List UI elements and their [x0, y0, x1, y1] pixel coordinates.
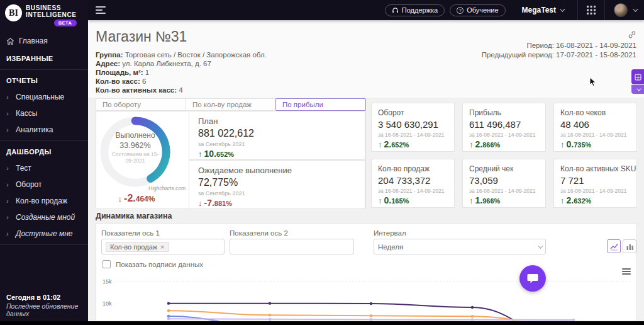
brand-name-line1: BUSINESS: [26, 4, 61, 11]
arrow-up-icon: ↑: [198, 149, 203, 159]
last-update-time: Сегодня в 01:02: [6, 294, 88, 301]
sidebar-item-label: Созданные мной: [16, 213, 75, 222]
user-avatar[interactable]: [614, 3, 628, 17]
detail-label: Адрес:: [96, 60, 120, 67]
apps-grid-icon[interactable]: [587, 6, 596, 14]
card-title: Кол-во активных SKU: [560, 164, 636, 173]
plan-card: План 881 022,612 за Сентябрь 2021 ↑10.65…: [189, 111, 365, 160]
sidebar-divider: [0, 140, 88, 141]
card-title: План: [198, 117, 365, 126]
interval-select[interactable]: Неделя: [374, 239, 546, 254]
period-settings-button[interactable]: [631, 69, 644, 84]
detail-value: ул. Карла Либкнехта, д. 67: [120, 60, 211, 67]
sidebar-item-label: Специальные: [16, 93, 64, 101]
card-value: 881 022,612: [198, 128, 365, 139]
tab-label: По кол-ву продаж: [192, 101, 252, 108]
card-value: 48 406: [560, 119, 636, 130]
kpi-card-active-sku: Кол-во активных SKU 7 721 за 16-08-2021 …: [553, 159, 637, 208]
interval-label: Интервал: [374, 229, 406, 237]
kpi-card-profit: Прибыль 611 496,487 за 16-08-2021 - 14-0…: [462, 103, 546, 152]
tab-by-turnover[interactable]: По обороту: [96, 98, 186, 111]
sidebar-item-analytics[interactable]: ›Аналитика: [0, 122, 88, 138]
brand-logo[interactable]: BI BUSINESS INTELLIGENCE BETA: [0, 0, 88, 30]
headset-icon: [392, 7, 399, 14]
chevron-right-icon: ›: [6, 93, 11, 101]
card-period: за 16-08-2021 - 14-09-2021: [560, 132, 636, 138]
sidebar-item-label: Кол-во продаж: [16, 197, 67, 205]
overview-tabs: По обороту По кол-ву продаж По прибыли: [96, 98, 366, 111]
gauge-subtitle: Состоянием на 15-09-2021: [98, 151, 172, 164]
period-info: Период: 16-08-2021 - 14-09-2021 Предыдущ…: [482, 41, 636, 60]
arrow-up-icon: ↑: [469, 196, 474, 205]
card-delta: ↑0.735%: [560, 139, 636, 149]
topbar: Поддержка ? Обучение MegaTest: [88, 0, 644, 20]
detail-value: 6: [140, 77, 147, 85]
card-value: 3 540 630,291: [378, 119, 454, 130]
axis2-input[interactable]: [230, 239, 354, 254]
sidebar-header-reports: ОТЧЕТЫ: [0, 71, 88, 89]
mouse-cursor: [589, 77, 597, 87]
bar-chart-toggle-button[interactable]: [623, 239, 636, 253]
kpi-card-avg-receipt: Средний чек 73,059 за 16-08-2021 - 14-09…: [462, 159, 546, 208]
card-value: 72,775%: [198, 177, 365, 188]
chevron-down-icon: [538, 243, 543, 248]
period-expand-button[interactable]: [631, 85, 644, 94]
share-link-icon[interactable]: [628, 30, 636, 39]
card-period: за Сентябрь 2021: [198, 190, 365, 197]
highcharts-credit[interactable]: Highcharts.com: [148, 185, 186, 191]
arrow-down-icon: ↓: [118, 194, 123, 203]
sidebar-item-label: Доступные мне: [16, 229, 72, 238]
support-button[interactable]: Поддержка: [385, 4, 445, 16]
gauge-value: 33.962%: [98, 141, 172, 150]
sidebar-item-oborot[interactable]: ›Оборот: [0, 176, 88, 193]
beta-badge: BETA: [54, 20, 77, 26]
line-chart-toggle-button[interactable]: [607, 239, 621, 253]
axis1-selected-tag: Кол-во продаж ×: [106, 242, 169, 252]
sidebar-item-sales-count[interactable]: ›Кол-во продаж: [0, 193, 88, 209]
sidebar-item-available-to-me[interactable]: ›Доступные мне: [0, 225, 88, 242]
card-delta: ↑2.652%: [378, 139, 454, 149]
arrow-up-icon: ↑: [378, 196, 382, 205]
sidebar-item-special[interactable]: ›Специальные: [0, 89, 88, 105]
sidebar-item-home[interactable]: Главная: [0, 33, 88, 49]
sidebar-header-dashboards: ДАШБОРДЫ: [0, 142, 88, 160]
sidebar-divider: [0, 244, 88, 245]
chat-widget-button[interactable]: [519, 265, 546, 292]
arrow-up-icon: ↑: [469, 140, 474, 149]
brand-name-line2: INTELLIGENCE: [26, 11, 77, 18]
menu-collapse-icon[interactable]: [96, 6, 106, 14]
training-button[interactable]: ? Обучение: [450, 4, 505, 16]
bar-chart-icon: [626, 242, 634, 251]
page-title: Магазин №31: [96, 28, 187, 45]
chevron-down-icon[interactable]: [633, 6, 638, 11]
sidebar-divider: [0, 69, 88, 70]
sidebar-item-label: Главная: [19, 37, 48, 45]
axis1-input[interactable]: Кол-во продаж ×: [101, 239, 225, 254]
card-period: за 16-08-2021 - 14-09-2021: [560, 188, 636, 194]
detail-value: 4: [177, 86, 183, 94]
detail-active-cash-count: Кол-во активных касс: 4: [96, 86, 267, 94]
detail-area: Площадь, м²: 1: [96, 68, 267, 77]
card-value: 7 721: [560, 175, 636, 186]
arrow-up-icon: ↑: [378, 140, 382, 149]
detail-label: Группа:: [96, 51, 123, 59]
sidebar-item-created-by-me[interactable]: ›Созданные мной: [0, 209, 88, 225]
chat-bubble-icon: [526, 273, 539, 284]
tab-by-sales-count[interactable]: По кол-ву продаж: [186, 98, 276, 111]
tenant-dropdown[interactable]: MegaTest: [522, 6, 564, 14]
sidebar-item-kassy[interactable]: ›Кассы: [0, 105, 88, 122]
sidebar-item-test[interactable]: ›Тест: [0, 160, 88, 176]
card-value: 73,059: [469, 175, 545, 186]
remove-tag-icon[interactable]: ×: [160, 243, 164, 251]
support-label: Поддержка: [402, 6, 438, 14]
chevron-right-icon: ›: [6, 126, 11, 134]
card-delta: ↑1.966%: [469, 195, 545, 205]
svg-text:10k: 10k: [103, 300, 112, 307]
detail-group: Группа: Торговая сеть / Восток / Запорож…: [96, 50, 267, 59]
card-title: Кол-во чеков: [560, 108, 636, 117]
chevron-down-icon: [560, 6, 565, 11]
tab-by-profit[interactable]: По прибыли: [275, 98, 366, 111]
bottom-black-bar: [0, 321, 644, 325]
detail-label: Площадь, м²:: [96, 69, 143, 76]
chevron-right-icon: ›: [6, 230, 11, 237]
